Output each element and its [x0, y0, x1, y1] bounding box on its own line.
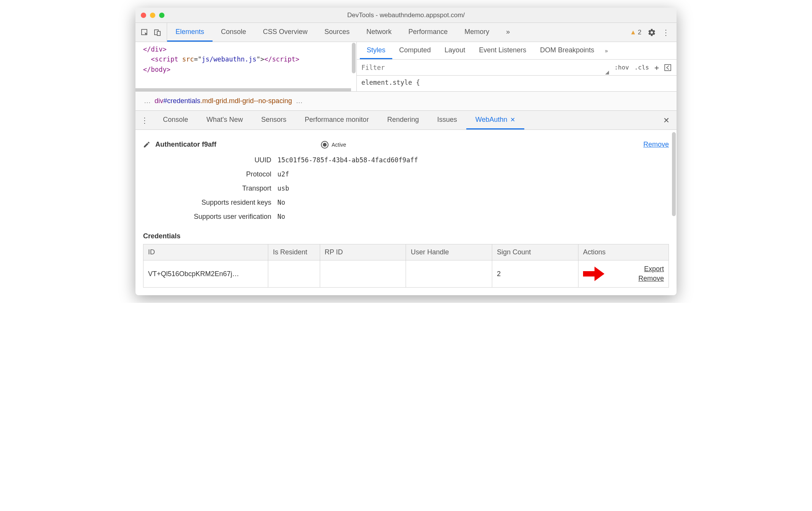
panel-vscrollbar[interactable] — [672, 132, 676, 216]
th-id: ID — [143, 244, 268, 260]
edit-icon[interactable] — [143, 141, 150, 148]
drawer-tab-whats-new[interactable]: What's New — [197, 111, 252, 129]
tab-console[interactable]: Console — [213, 23, 255, 42]
prop-value: u2f — [277, 170, 289, 178]
styles-tabs-overflow-icon[interactable]: » — [601, 42, 612, 59]
minimize-window-button[interactable] — [150, 13, 155, 18]
prop-label: Protocol — [178, 170, 277, 178]
breadcrumb-prev[interactable]: … — [140, 97, 155, 105]
prop-row-user-verification: Supports user verification No — [178, 213, 669, 221]
authenticator-props: UUID 15c01f56-785f-43b4-ab58-4facd60f9af… — [143, 156, 669, 221]
cell-is-resident — [268, 260, 320, 288]
drawer-tab-webauthn[interactable]: WebAuthn ✕ — [466, 111, 525, 129]
warning-count: 2 — [638, 29, 641, 36]
th-sign-count: Sign Count — [492, 244, 578, 260]
prop-label: Supports resident keys — [178, 199, 277, 207]
inspect-icon[interactable] — [141, 29, 148, 36]
warning-icon: ▲ — [630, 29, 636, 36]
toolbar-right: ▲ 2 ⋮ — [623, 23, 677, 42]
remove-authenticator-link[interactable]: Remove — [643, 141, 669, 149]
drawer-close-icon[interactable]: ✕ — [656, 111, 677, 129]
active-label: Active — [332, 142, 346, 148]
settings-icon[interactable] — [648, 28, 656, 37]
styles-tab-styles[interactable]: Styles — [360, 42, 392, 59]
table-header-row: ID Is Resident RP ID User Handle Sign Co… — [143, 244, 669, 260]
th-user-handle: User Handle — [406, 244, 492, 260]
th-rp-id: RP ID — [320, 244, 406, 260]
breadcrumb-next[interactable]: … — [292, 97, 306, 105]
prop-value: 15c01f56-785f-43b4-ab58-4facd60f9aff — [277, 156, 418, 164]
tab-memory[interactable]: Memory — [456, 23, 498, 42]
tab-css-overview[interactable]: CSS Overview — [255, 23, 316, 42]
styles-tab-layout[interactable]: Layout — [438, 42, 472, 59]
styles-tab-computed[interactable]: Computed — [392, 42, 438, 59]
styles-tab-event-listeners[interactable]: Event Listeners — [472, 42, 533, 59]
svg-rect-3 — [665, 65, 671, 71]
prop-value: No — [277, 199, 285, 207]
credentials-table: ID Is Resident RP ID User Handle Sign Co… — [143, 244, 669, 288]
credentials-heading: Credentials — [143, 232, 669, 240]
styles-filter-buttons: :hov .cls + — [609, 60, 677, 75]
drawer-tab-performance-monitor[interactable]: Performance monitor — [296, 111, 378, 129]
breadcrumb-item[interactable]: div#credentials.mdl-grid.mdl-grid--no-sp… — [155, 97, 292, 105]
warnings-badge[interactable]: ▲ 2 — [630, 29, 641, 36]
dom-code: </div> <script src="js/webauthn.js"></sc… — [135, 42, 356, 77]
traffic-lights — [135, 13, 164, 18]
prop-label: Transport — [178, 184, 277, 192]
styles-tab-dom-breakpoints[interactable]: DOM Breakpoints — [533, 42, 601, 59]
device-toggle-icon[interactable] — [154, 29, 161, 36]
cell-actions: Export Remove — [578, 260, 669, 288]
svg-rect-2 — [157, 31, 160, 36]
tab-performance[interactable]: Performance — [400, 23, 456, 42]
drawer-tab-sensors[interactable]: Sensors — [252, 111, 296, 129]
tab-network[interactable]: Network — [358, 23, 400, 42]
prop-value: No — [277, 213, 285, 221]
cell-sign-count: 2 — [492, 260, 578, 288]
dom-breadcrumb[interactable]: … div#credentials.mdl-grid.mdl-grid--no-… — [135, 92, 677, 111]
main-tabs: Elements Console CSS Overview Sources Ne… — [167, 23, 623, 42]
element-style-rule[interactable]: element.style { — [357, 76, 677, 89]
tab-sources[interactable]: Sources — [316, 23, 358, 42]
add-rule-icon[interactable]: + — [654, 63, 659, 72]
styles-filter-row: :hov .cls + — [357, 60, 677, 76]
drawer-tab-console[interactable]: Console — [154, 111, 197, 129]
webauthn-panel: Authenticator f9aff Active Remove UUID 1… — [135, 130, 677, 295]
authenticator-header: Authenticator f9aff Active Remove — [143, 141, 669, 149]
dom-vscrollbar[interactable] — [352, 43, 356, 73]
radio-icon — [321, 141, 329, 149]
cell-user-handle — [406, 260, 492, 288]
window-title: DevTools - webauthndemo.appspot.com/ — [347, 11, 465, 19]
more-icon[interactable]: ⋮ — [662, 28, 670, 37]
window-titlebar: DevTools - webauthndemo.appspot.com/ — [135, 8, 677, 23]
cell-rp-id — [320, 260, 406, 288]
cls-toggle[interactable]: .cls — [634, 64, 649, 71]
active-radio[interactable]: Active — [321, 141, 346, 149]
drawer-tab-rendering[interactable]: Rendering — [378, 111, 428, 129]
close-tab-icon[interactable]: ✕ — [510, 116, 515, 123]
th-actions: Actions — [578, 244, 669, 260]
maximize-window-button[interactable] — [159, 13, 164, 18]
styles-pane: Styles Computed Layout Event Listeners D… — [357, 42, 677, 91]
devtools-window: DevTools - webauthndemo.appspot.com/ Ele… — [135, 8, 677, 295]
prop-row-resident-keys: Supports resident keys No — [178, 199, 669, 207]
th-is-resident: Is Resident — [268, 244, 320, 260]
drawer-tab-issues[interactable]: Issues — [428, 111, 466, 129]
dom-tree-pane[interactable]: </div> <script src="js/webauthn.js"></sc… — [135, 42, 357, 91]
prop-value: usb — [277, 184, 289, 192]
styles-tabs: Styles Computed Layout Event Listeners D… — [357, 42, 677, 60]
filter-resize-handle[interactable] — [605, 71, 609, 74]
drawer-tabs: ⋮ Console What's New Sensors Performance… — [135, 111, 677, 130]
elements-split: </div> <script src="js/webauthn.js"></sc… — [135, 42, 677, 92]
table-row: VT+Ql516ObcpKRM2En67j… 2 Export Remove — [143, 260, 669, 288]
prop-row-uuid: UUID 15c01f56-785f-43b4-ab58-4facd60f9af… — [178, 156, 669, 164]
hov-toggle[interactable]: :hov — [614, 64, 629, 71]
styles-filter-input[interactable] — [357, 60, 607, 75]
close-window-button[interactable] — [141, 13, 146, 18]
prop-row-transport: Transport usb — [178, 184, 669, 192]
toolbar-left-icons — [135, 23, 167, 42]
tabs-overflow-icon[interactable]: » — [498, 23, 518, 42]
computed-toggle-icon[interactable] — [664, 64, 671, 71]
tab-elements[interactable]: Elements — [167, 23, 213, 42]
dom-hscrollbar[interactable] — [135, 88, 351, 91]
drawer-menu-icon[interactable]: ⋮ — [135, 111, 154, 129]
